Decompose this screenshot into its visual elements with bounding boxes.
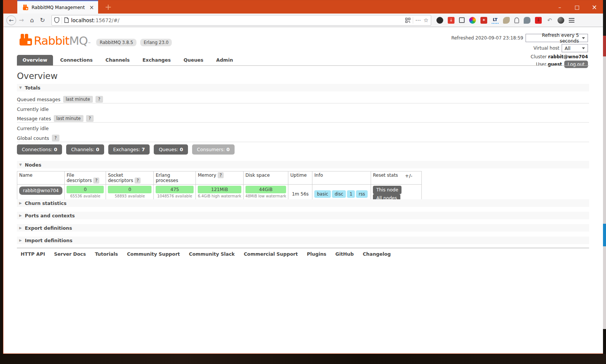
reload-button[interactable]: ↻ — [37, 17, 48, 24]
browser-titlebar: RabbitMQ Management × + – □ × — [3, 0, 603, 14]
tab-channels[interactable]: Channels — [100, 55, 136, 65]
queues-counter[interactable]: Queues: 0 — [154, 144, 188, 155]
back-button[interactable]: ← — [6, 15, 16, 25]
page-info-icon[interactable] — [64, 17, 69, 23]
rates-help-icon[interactable]: ? — [86, 115, 94, 122]
help-icon[interactable]: ? — [218, 172, 224, 178]
help-icon[interactable]: ? — [135, 177, 141, 184]
tab-connections[interactable]: Connections — [55, 55, 98, 65]
window-close-button[interactable]: × — [586, 0, 603, 14]
tab-exchanges[interactable]: Exchanges — [137, 55, 176, 65]
ext-download-helper-icon[interactable]: ↓ — [448, 17, 454, 24]
memory-bar: 121MiB — [198, 186, 241, 193]
ext-swoosh-icon[interactable] — [503, 17, 510, 24]
refresh-interval-value: Refresh every 5 seconds — [529, 32, 579, 44]
ext-languagetool-icon[interactable]: LT — [492, 17, 498, 24]
refresh-interval-select[interactable]: Refresh every 5 seconds — [526, 34, 588, 42]
url-text[interactable]: localhost:15672/#/ — [71, 17, 403, 23]
rabbitmq-logo[interactable]: RabbitMQ™ RabbitMQ 3.8.5 Erlang 23.0 — [17, 34, 172, 47]
ext-lightbulb-icon[interactable] — [514, 17, 519, 23]
footer-link-community-support[interactable]: Community Support — [127, 251, 180, 257]
ext-screenshot-crop-icon[interactable] — [459, 17, 465, 23]
erlang-processes-sub: 1048576 available — [156, 194, 194, 198]
forward-button[interactable]: → — [16, 17, 27, 24]
rabbitmq-page: RabbitMQ™ RabbitMQ 3.8.5 Erlang 23.0 Ref… — [17, 27, 589, 354]
footer-link-tutorials[interactable]: Tutorials — [95, 251, 118, 257]
ext-avatar-icon[interactable] — [436, 17, 443, 24]
url-bar[interactable]: localhost:15672/#/ ⋯ ☆ — [52, 15, 431, 26]
queued-help-icon[interactable]: ? — [95, 96, 103, 103]
message-rates-row: Message rates last minute ? — [17, 115, 589, 123]
help-icon[interactable]: ? — [93, 177, 99, 184]
back-icon: ← — [9, 17, 14, 24]
footer-link-changelog[interactable]: Changelog — [363, 251, 391, 257]
footer-link-commercial-support[interactable]: Commercial Support — [244, 251, 298, 257]
memory-sub: 6.4GiB high watermark — [198, 194, 241, 198]
menu-hamburger-icon[interactable] — [569, 20, 574, 21]
col-disk-space: Disk space — [243, 171, 288, 185]
tab-admin[interactable]: Admin — [211, 55, 239, 65]
counter-value: 0 — [54, 147, 57, 152]
section-churn-statistics[interactable]: ▶ Churn statistics — [17, 199, 589, 207]
col-file-descriptors: File descriptors? — [65, 171, 106, 185]
footer-link-github[interactable]: GitHub — [335, 251, 354, 257]
tab-close-icon[interactable]: × — [88, 4, 95, 11]
section-import-definitions[interactable]: ▶ Import definitions — [17, 237, 589, 244]
global-counts-row: Global counts ? — [17, 134, 589, 142]
info-tag-disc[interactable]: disc — [332, 190, 346, 198]
qr-code-icon[interactable] — [405, 18, 411, 23]
tab-queues[interactable]: Queues — [178, 55, 209, 65]
connections-counter[interactable]: Connections: 0 — [17, 144, 62, 155]
footer-link-community-slack[interactable]: Community Slack — [189, 251, 235, 257]
ext-magic-wand-icon[interactable]: ✶ — [480, 17, 487, 24]
disk-space-sub: 48MiB low watermark — [245, 194, 286, 198]
virtual-host-select[interactable]: All — [562, 44, 588, 52]
nodes-section-header[interactable]: ▼ Nodes — [17, 161, 589, 168]
rates-idle-text: Currently idle — [17, 126, 48, 131]
channels-counter[interactable]: Channels: 0 — [66, 144, 104, 155]
window-maximize-button[interactable]: □ — [568, 0, 586, 14]
queued-messages-row: Queued messages last minute ? — [17, 96, 589, 103]
footer-links: HTTP API Server Docs Tutorials Community… — [21, 251, 391, 257]
ext-chat-bubbles-icon[interactable] — [524, 17, 530, 24]
section-export-definitions[interactable]: ▶ Export definitions — [17, 224, 589, 232]
col-label: File descriptors — [67, 173, 92, 183]
disk-space-bar: 44GiB — [245, 186, 286, 193]
message-rates-label: Message rates — [17, 116, 51, 121]
new-tab-button[interactable]: + — [102, 0, 115, 14]
window-minimize-button[interactable]: – — [551, 0, 568, 14]
footer-link-http-api[interactable]: HTTP API — [21, 251, 45, 257]
ext-spheres-icon[interactable] — [558, 17, 564, 24]
ext-video-download-icon[interactable]: ⇩ — [535, 17, 542, 24]
tab-overview[interactable]: Overview — [17, 55, 53, 65]
global-help-icon[interactable]: ? — [52, 135, 59, 141]
shield-icon[interactable] — [54, 17, 59, 23]
section-ports-and-contexts[interactable]: ▶ Ports and contexts — [17, 212, 589, 219]
section-label: Import definitions — [25, 238, 73, 243]
col-label: Memory — [198, 173, 216, 178]
reset-this-node-button[interactable]: This node — [373, 186, 401, 194]
info-tag-rss[interactable]: rss — [356, 190, 368, 198]
page-actions-icon[interactable]: ⋯ — [415, 17, 421, 24]
page-title: Overview — [17, 71, 58, 81]
info-tag-basic[interactable]: basic — [314, 190, 331, 198]
browser-tab[interactable]: RabbitMQ Management × — [17, 0, 98, 14]
footer-link-plugins[interactable]: Plugins — [307, 251, 326, 257]
home-button[interactable]: ⌂ — [27, 17, 37, 24]
queued-range-badge: last minute — [63, 96, 93, 103]
exchanges-counter[interactable]: Exchanges: 7 — [108, 144, 150, 155]
footer-link-server-docs[interactable]: Server Docs — [54, 251, 86, 257]
rates-range-badge: last minute — [54, 115, 83, 122]
bookmark-star-icon[interactable]: ☆ — [424, 17, 429, 24]
ext-color-wheel-icon[interactable] — [469, 17, 476, 24]
columns-plusminus-button[interactable]: +/- — [405, 173, 412, 179]
rabbitmq-logo-icon — [19, 34, 33, 46]
main-nav: Overview Connections Channels Exchanges … — [17, 56, 589, 66]
col-erlang-processes: Erlang processes — [154, 171, 196, 185]
erlang-processes-bar: 475 — [156, 186, 194, 193]
totals-section-header[interactable]: ▼ Totals — [17, 84, 589, 91]
ext-undo-icon[interactable]: ↶ — [546, 17, 553, 24]
section-label: Export definitions — [25, 225, 72, 231]
node-name-badge[interactable]: rabbit@wno704 — [19, 187, 62, 195]
info-tag-1[interactable]: 1 — [347, 190, 355, 198]
